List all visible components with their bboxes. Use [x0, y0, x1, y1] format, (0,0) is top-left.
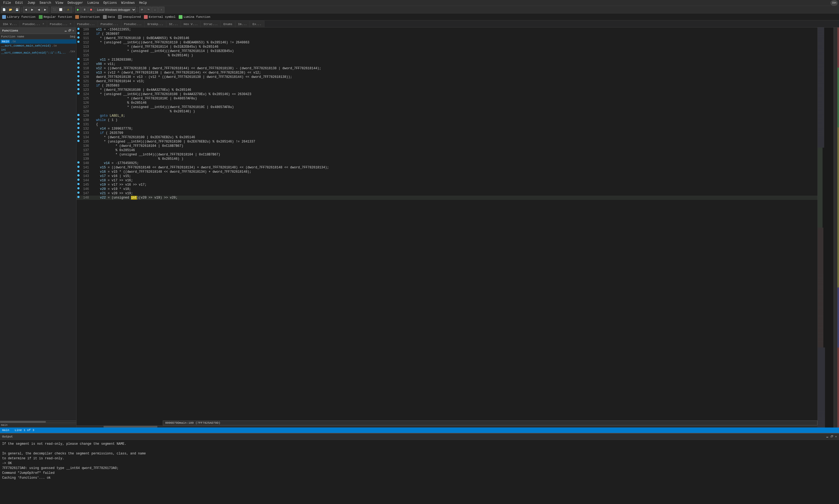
- menu-jump[interactable]: Jump: [25, 1, 37, 5]
- scrollbar-thumb[interactable]: [0, 421, 46, 422]
- output-maximize[interactable]: 🗗: [831, 435, 833, 438]
- nav-unexplored[interactable]: Unexplored: [118, 15, 141, 19]
- toolbar-stepover[interactable]: ↷: [145, 7, 152, 13]
- func-scrt-seg: .te: [52, 44, 57, 48]
- num-116: 116: [80, 58, 91, 62]
- dot-144: [76, 178, 80, 181]
- toolbar-save[interactable]: 💾: [14, 7, 20, 13]
- toolbar-hex[interactable]: A: [64, 7, 72, 13]
- debugger-select[interactable]: Local Windows debugger: [94, 7, 136, 12]
- status-main: main: [2, 429, 9, 432]
- tab-pseudo1-close[interactable]: ×: [42, 23, 44, 25]
- menu-options[interactable]: Options: [101, 1, 119, 5]
- toolbar-stop[interactable]: ⏹: [88, 7, 94, 13]
- code-scrollbar-thumb[interactable]: [104, 426, 157, 428]
- nav-regular[interactable]: Regular function: [39, 15, 72, 19]
- output-line-5: -> OK: [2, 461, 837, 466]
- nav-instruction[interactable]: Instruction: [75, 15, 100, 19]
- toolbar-new[interactable]: 📄: [1, 7, 7, 13]
- toolbar-back[interactable]: ◀: [23, 7, 29, 13]
- toolbar-attach[interactable]: ⟳: [139, 7, 145, 13]
- dot-118: [76, 66, 80, 69]
- code-126: % 0x285146: [91, 101, 818, 105]
- menu-edit[interactable]: Edit: [13, 1, 25, 5]
- tab-structures[interactable]: Struc...: [201, 21, 221, 27]
- line-140: 140 v14 = -1776458925;: [76, 161, 818, 165]
- num-142: 142: [80, 170, 91, 174]
- line-118: 118 v12 = ((dword_7FF782618138 | dword_7…: [76, 66, 818, 71]
- tab-hexview[interactable]: Hex V...: [181, 21, 201, 27]
- toolbar-forward[interactable]: ▶: [29, 7, 35, 13]
- tab-pseudo5[interactable]: Pseudoc...: [121, 21, 145, 27]
- minimap-content: [818, 28, 834, 428]
- menu-search[interactable]: Search: [37, 1, 53, 5]
- minimize-icon[interactable]: 🗕: [64, 29, 67, 32]
- num-136: 136: [80, 144, 91, 148]
- left-panel-scrollbar[interactable]: [0, 420, 76, 422]
- toolbar-back2[interactable]: ◀: [36, 7, 42, 13]
- output-minimize[interactable]: 🗕: [826, 435, 829, 438]
- dot-145: [76, 183, 80, 185]
- num-145: 145: [80, 183, 91, 187]
- num-111: 111: [80, 36, 91, 40]
- tab-breakpoints[interactable]: Breakp...: [145, 21, 166, 27]
- line-139: 139 % 0x285146) ): [76, 157, 818, 161]
- toolbar-run[interactable]: ▶: [75, 7, 81, 13]
- menu-lumina[interactable]: Lumina: [85, 1, 101, 5]
- code-110: if ( 2638697: [91, 32, 818, 36]
- line-117: 117 v98 = v11;: [76, 62, 818, 66]
- code-140: v14 = -1776458925;: [91, 161, 818, 165]
- num-130: 130: [80, 118, 91, 122]
- nav-data[interactable]: Data: [103, 15, 115, 19]
- tab-structs[interactable]: St...: [166, 21, 181, 27]
- tab-pseudo3[interactable]: Pseudoc...: [74, 21, 98, 27]
- toolbar-forward2[interactable]: ▶: [42, 7, 48, 13]
- dot-124: [76, 92, 80, 94]
- toolbar-stepinto[interactable]: ↓: [152, 7, 158, 13]
- code-scrollbar[interactable]: [76, 425, 818, 428]
- tab-exports[interactable]: Ex...: [250, 21, 264, 27]
- nav-lumina[interactable]: Lumina function: [179, 15, 210, 19]
- line-131: 131 {: [76, 122, 818, 127]
- code-content[interactable]: 109 v11 = -1566222855; 110 if ( 2638697 …: [76, 28, 818, 421]
- code-147: v21 = v20 >> v19;: [91, 191, 818, 196]
- code-144: v18 = v17 >> v16;: [91, 178, 818, 183]
- tab-enums[interactable]: Enums: [221, 21, 235, 27]
- maximize-icon[interactable]: 🗗: [68, 29, 71, 32]
- nav-library[interactable]: Library function: [2, 15, 36, 19]
- toolbar-open[interactable]: 📂: [7, 7, 14, 13]
- tab-imports[interactable]: Im...: [235, 21, 250, 27]
- tab-pseudo2-close[interactable]: ×: [70, 23, 71, 25]
- func-scrt2[interactable]: int __scrt_common_main_seh(void)'::1'::f…: [0, 48, 76, 55]
- code-145: v19 = v17 >> v16 >> v17;: [91, 183, 818, 187]
- toolbar-stepout[interactable]: ↑: [158, 7, 164, 13]
- func-main[interactable]: main .te: [0, 39, 76, 43]
- nav-external[interactable]: External symbol: [144, 15, 175, 19]
- close-icon[interactable]: ✕: [72, 29, 74, 32]
- func-scrt[interactable]: __scrt_common_main_seh(void) .te: [0, 43, 76, 48]
- output-content[interactable]: If the segment is not read-only, please …: [0, 440, 839, 498]
- line-114: 114 * (unsigned __int64)((dword_7FF78261…: [76, 49, 818, 53]
- menu-view[interactable]: View: [53, 1, 66, 5]
- toolbar-btn1[interactable]: ⬛: [51, 7, 57, 13]
- toolbar-btn2[interactable]: ⬜: [58, 7, 64, 13]
- code-132: v14 = 1399637770;: [91, 127, 818, 131]
- tab-pseudo4[interactable]: Pseudoc...: [98, 21, 121, 27]
- tab-breakpoints-label: Breakp...: [147, 23, 163, 26]
- tab-idav[interactable]: IDA V...: [0, 21, 20, 27]
- menu-help[interactable]: Help: [137, 1, 149, 5]
- code-115: % 0x285146) ): [91, 53, 818, 58]
- line-120: 120 dword_7FF782618138 = v13 - (v12 ^ ((…: [76, 75, 818, 79]
- tab-pseudo1[interactable]: Pseudoc... ×: [20, 21, 47, 27]
- dot-132: [76, 127, 80, 129]
- menu-windows[interactable]: Windows: [119, 1, 137, 5]
- menu-file[interactable]: File: [1, 1, 13, 5]
- code-128: % 0x285146) ): [91, 109, 818, 114]
- output-close[interactable]: ✕: [835, 435, 837, 438]
- num-122: 122: [80, 84, 91, 88]
- menu-debugger[interactable]: Debugger: [65, 1, 85, 5]
- tab-pseudo2[interactable]: Pseudoc... ×: [47, 21, 74, 27]
- location-tooltip: 0000D79Dmain:109 (7FF7825AD79D): [163, 420, 818, 425]
- status-line: Line 1 of 3: [15, 429, 34, 432]
- toolbar-pause[interactable]: ⏸: [82, 7, 88, 13]
